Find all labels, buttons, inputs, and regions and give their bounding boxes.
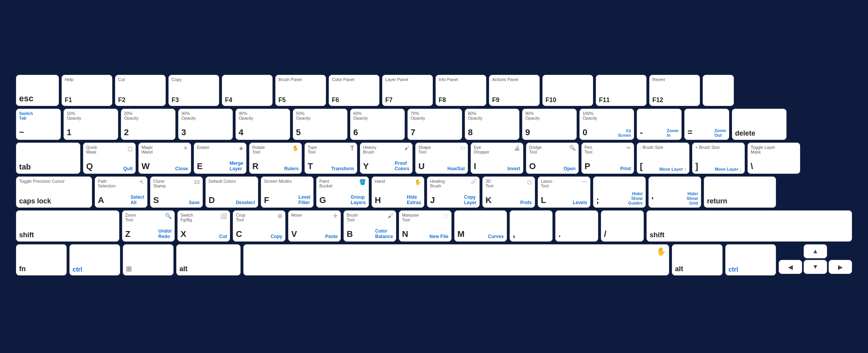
num-row: SwitchTab ~ 10%Opacity 1 20%Opacity 2 30… xyxy=(16,109,852,140)
key-h[interactable]: Hand ✋ H HideExtras xyxy=(372,176,424,208)
key-o[interactable]: Dodge Tool 🔍 O Open xyxy=(526,143,579,174)
key-f12[interactable]: Revert F12 xyxy=(649,75,700,106)
zxcv-row: shift Zoom Tool 🔍 Z Undo/Redo xyxy=(16,210,852,242)
key-arrow-left[interactable]: ◀ xyxy=(779,260,802,274)
key-fn[interactable]: fn xyxy=(16,244,67,275)
key-f1[interactable]: Help F1 xyxy=(62,75,112,106)
key-c[interactable]: Crop Tool ⊞ C Copy xyxy=(233,210,285,242)
key-minus[interactable]: - ZoomIn xyxy=(637,109,682,140)
key-u[interactable]: Shape Tool ⬭ U Hue/Sat xyxy=(415,143,468,174)
qwerty-row: tab Quick Mask ◻ Q Quit xyxy=(16,143,852,174)
key-ctrl-right[interactable]: ctrl xyxy=(725,244,776,275)
key-f10[interactable]: F10 xyxy=(542,75,593,106)
key-f2[interactable]: Cut F2 xyxy=(115,75,166,106)
key-slash[interactable]: / xyxy=(601,210,644,242)
key-alt-right[interactable]: alt xyxy=(672,244,723,275)
key-l[interactable]: Lasso Tool 〰 L Levels xyxy=(538,176,590,208)
key-delete[interactable]: delete xyxy=(732,109,787,140)
bottom-row: fn ctrl ⊞ alt xyxy=(16,244,852,275)
key-v[interactable]: Move ✛ V Paste xyxy=(288,210,341,242)
key-win[interactable]: ⊞ xyxy=(123,244,174,275)
key-j[interactable]: Healing Brush 🩹 J CopyLayer xyxy=(427,176,480,208)
key-bracket-open[interactable]: - Brush Size [ Move Layer ↑ xyxy=(637,143,689,174)
key-x[interactable]: Switch Fg/Bg ⬜ X Cut xyxy=(177,210,230,242)
arrow-bottom: ◀ ▼ ▶ xyxy=(779,260,852,274)
key-w[interactable]: Magic Wand ✳ W Close xyxy=(138,143,191,174)
key-8[interactable]: 80%Opacity 8 xyxy=(465,109,519,140)
key-return[interactable]: return xyxy=(704,176,776,208)
key-ctrl-left[interactable]: ctrl xyxy=(69,244,120,275)
key-z[interactable]: Zoom Tool 🔍 Z Undo/Redo xyxy=(122,210,175,242)
keyboard: esc Help F1 Cut F2 Copy F3 F4 xyxy=(9,68,859,285)
key-r[interactable]: Rotate Tool ✋ R Rulers xyxy=(249,143,302,174)
key-f8[interactable]: Info Panel F8 xyxy=(436,75,486,106)
key-f3[interactable]: Copy F3 xyxy=(168,75,219,106)
key-2[interactable]: 20%Opacity 2 xyxy=(121,109,175,140)
key-s[interactable]: Clone Stamp 🖂 S Save xyxy=(150,176,203,208)
key-comma[interactable]: , xyxy=(510,210,553,242)
key-arrow-down[interactable]: ▼ xyxy=(804,260,827,274)
key-bracket-close[interactable]: + Brush Size ] Move Layer ↓ xyxy=(692,143,745,174)
key-alt-left[interactable]: alt xyxy=(176,244,241,275)
key-7[interactable]: 70%Opacity 7 xyxy=(407,109,462,140)
key-backslash[interactable]: Toggle LayerMask \ xyxy=(748,143,800,174)
key-i[interactable]: Eye Dropper 🔬 I Invert xyxy=(471,143,523,174)
key-esc[interactable]: esc xyxy=(16,75,59,106)
key-5[interactable]: 50%Opacity 5 xyxy=(293,109,347,140)
key-1[interactable]: 10%Opacity 1 xyxy=(64,109,118,140)
key-f9[interactable]: Actions Panel F9 xyxy=(489,75,540,106)
key-a[interactable]: Path Selection ↖ A SelectAll xyxy=(95,176,147,208)
key-semicolon[interactable]: ; Hide/ShowGuides xyxy=(593,176,646,208)
key-e[interactable]: Eraser ◈ E MergeLayer xyxy=(194,143,246,174)
key-n[interactable]: Marquee Tool ⬚ N New File xyxy=(399,210,452,242)
key-t[interactable]: Type Tool T T Transform xyxy=(305,143,357,174)
key-shift-right[interactable]: shift xyxy=(647,210,852,242)
key-f11[interactable]: F11 xyxy=(596,75,647,106)
key-4[interactable]: 40%Opacity 4 xyxy=(236,109,290,140)
key-equal[interactable]: = ZoomOut xyxy=(684,109,729,140)
key-q[interactable]: Quick Mask ◻ Q Quit xyxy=(83,143,136,174)
key-y[interactable]: History Brush 🖌 Y ProofColors xyxy=(360,143,413,174)
key-period[interactable]: . xyxy=(555,210,598,242)
key-shift-left[interactable]: shift xyxy=(16,210,119,242)
key-b[interactable]: Brush Tool 🖌 B ColorBalance xyxy=(344,210,396,242)
asdf-row: Toggle Precision Cursor caps lock Path S… xyxy=(16,176,852,208)
key-9[interactable]: 90%Opacity 9 xyxy=(522,109,577,140)
key-tab[interactable]: tab xyxy=(16,143,80,174)
arrow-top: ▲ xyxy=(779,244,852,258)
key-d[interactable]: Default Colors D Deselect xyxy=(205,176,258,208)
key-6[interactable]: 60%Opacity 6 xyxy=(350,109,405,140)
key-f6[interactable]: Color Panel F6 xyxy=(329,75,379,106)
key-arrow-up[interactable]: ▲ xyxy=(804,244,827,258)
key-space[interactable]: ✋ xyxy=(243,244,669,275)
key-f[interactable]: Screen Modes F LevelFilter xyxy=(261,176,314,208)
key-power[interactable] xyxy=(703,75,734,106)
fn-row: esc Help F1 Cut F2 Copy F3 F4 xyxy=(16,75,852,106)
arrow-keys-group: ▲ ◀ ▼ ▶ xyxy=(779,244,852,275)
key-p[interactable]: Pen Tool ✏ P Print xyxy=(581,143,634,174)
key-arrow-right[interactable]: ▶ xyxy=(829,260,852,274)
key-f5[interactable]: Brush Panel F5 xyxy=(275,75,326,106)
key-quote[interactable]: ' Hide/ShowGrid xyxy=(648,176,701,208)
key-f4[interactable]: F4 xyxy=(222,75,273,106)
key-g[interactable]: Paint Bucket 🪣 G GroupLayers xyxy=(316,176,369,208)
key-f7[interactable]: Layer Panel F7 xyxy=(382,75,433,106)
key-k[interactable]: 3D Tool ◻ K Prefs xyxy=(482,176,535,208)
key-3[interactable]: 30%Opacity 3 xyxy=(178,109,233,140)
key-capslock[interactable]: Toggle Precision Cursor caps lock xyxy=(16,176,92,208)
key-m[interactable]: M Curves xyxy=(454,210,507,242)
key-tilde[interactable]: SwitchTab ~ xyxy=(16,109,61,140)
key-0[interactable]: 100%Opacity 0 FitScreen xyxy=(579,109,634,140)
